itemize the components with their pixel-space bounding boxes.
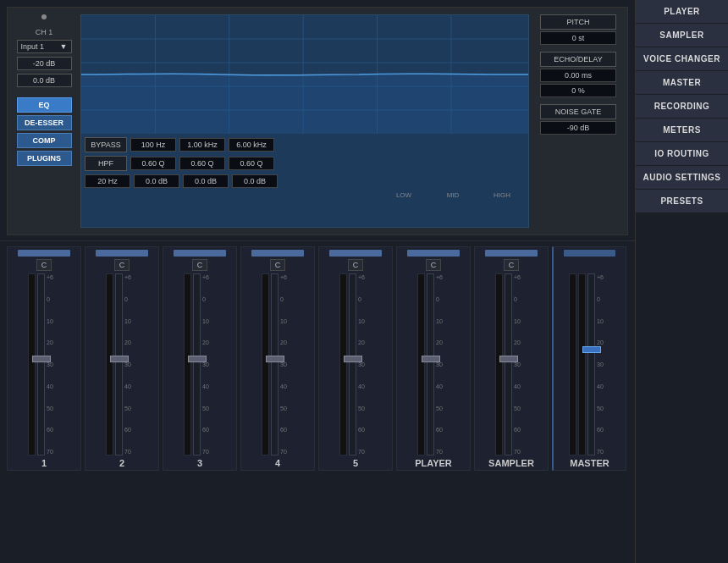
ch1-label: 1 [41, 458, 47, 468]
hpf-btn[interactable]: HPF [85, 156, 127, 171]
sidebar-btn-io-routing[interactable]: IO ROUTING [636, 142, 728, 166]
noise-gate-btn[interactable]: NOISE GATE [540, 104, 616, 119]
channel-name: CH 1 [36, 28, 53, 36]
level-display: 0.0 dB [17, 74, 72, 87]
sampler-fader-thumb[interactable] [499, 356, 518, 362]
high-gain-val[interactable]: 0.0 dB [232, 174, 278, 188]
ch1-fader-thumb[interactable] [32, 356, 51, 362]
ch2-fader-thumb[interactable] [110, 356, 129, 362]
low-label: LOW [381, 191, 427, 199]
master-label: MASTER [570, 458, 609, 468]
eq-canvas[interactable] [81, 15, 528, 134]
ch3-fader[interactable] [193, 273, 201, 455]
player-fader-thumb[interactable] [422, 356, 440, 362]
ch4-label: 4 [275, 458, 280, 468]
pitch-btn[interactable]: PITCH [540, 14, 616, 30]
sidebar-btn-player[interactable]: PLAYER [636, 0, 728, 24]
ch3-name-bar [174, 250, 226, 257]
master-fader-row: +6 0 10 20 30 40 50 60 70 [569, 273, 610, 455]
sidebar-btn-meters[interactable]: METERS [636, 119, 728, 142]
gain-display: -20 dB [17, 57, 72, 70]
led-indicator [41, 14, 47, 19]
input-select[interactable]: Input 1 ▼ [17, 40, 72, 53]
sampler-pan[interactable]: C [504, 259, 520, 271]
echo-delay-mix-val[interactable]: 0 % [540, 84, 616, 97]
input-select-label: Input 1 [21, 42, 45, 51]
comp-nav-btn[interactable]: COMP [17, 133, 72, 148]
ch3-meter-left [184, 273, 191, 455]
eq-row-1: BYPASS 100 Hz 1.00 kHz 6.00 kHz [85, 137, 525, 152]
high-label: HIGH [479, 191, 525, 199]
sidebar-btn-audio-settings[interactable]: AUDIO SETTINGS [636, 166, 728, 190]
channel-3: C +6 0 10 20 30 40 50 60 7 [163, 246, 237, 471]
sampler-meter-left [495, 273, 503, 455]
ch4-scale: +6 0 10 20 30 40 50 60 70 [280, 273, 294, 455]
left-panel: CH 1 Input 1 ▼ -20 dB 0.0 dB EQ DE-ESSER… [0, 0, 635, 563]
nav-buttons: EQ DE-ESSER COMP PLUGINS [17, 97, 72, 166]
ch4-pan[interactable]: C [270, 259, 286, 271]
echo-delay-btn[interactable]: ECHO/DELAY [540, 52, 616, 67]
right-sidebar: PLAYER SAMPLER VOICE CHANGER MASTER RECO… [635, 0, 728, 563]
right-controls: PITCH 0 st ECHO/DELAY 0.00 ms 0 % NOISE … [536, 14, 620, 228]
ch1-pan[interactable]: C [36, 259, 52, 271]
eq-controls: BYPASS 100 Hz 1.00 kHz 6.00 kHz HPF [81, 134, 528, 202]
channel-strip-top: CH 1 Input 1 ▼ -20 dB 0.0 dB EQ DE-ESSER… [7, 7, 628, 235]
master-fader-thumb[interactable] [582, 346, 601, 353]
ch3-fader-thumb[interactable] [188, 356, 207, 362]
eq-row-3: 20 Hz 0.0 dB 0.0 dB 0.0 dB [85, 174, 525, 188]
channel-sampler: C +6 0 10 20 30 40 50 60 7 [474, 246, 549, 471]
low-freq-val[interactable]: 100 Hz [130, 138, 176, 152]
ch3-scale: +6 0 10 20 30 40 50 60 70 [202, 273, 216, 455]
low-gain-val[interactable]: 0.0 dB [134, 174, 179, 188]
low-q-val[interactable]: 0.60 Q [130, 157, 176, 170]
master-fader[interactable] [587, 273, 595, 455]
sidebar-btn-sampler[interactable]: SAMPLER [636, 24, 728, 47]
ch5-fader[interactable] [349, 273, 356, 455]
mid-gain-val[interactable]: 0.0 dB [183, 174, 229, 188]
sidebar-btn-voice-changer[interactable]: VOICE CHANGER [636, 47, 728, 71]
ch4-fader-thumb[interactable] [266, 356, 284, 362]
eq-high-col: 6.00 kHz [229, 138, 274, 152]
mid-q-val[interactable]: 0.60 Q [179, 157, 225, 170]
echo-delay-module: ECHO/DELAY 0.00 ms 0 % [536, 52, 620, 97]
ch4-fader[interactable] [271, 273, 279, 455]
eq-row-labels: LOW MID HIGH [85, 191, 525, 199]
noise-gate-module: NOISE GATE -90 dB [536, 104, 620, 135]
channel-master: C +6 0 10 20 30 40 50 60 [552, 246, 626, 471]
ch5-fader-thumb[interactable] [344, 356, 362, 362]
channel-1: C +6 0 10 20 30 40 50 60 7 [7, 246, 81, 471]
eq-grid-svg [81, 15, 528, 134]
dropdown-arrow-icon: ▼ [60, 42, 68, 51]
bypass-btn[interactable]: BYPASS [85, 137, 127, 152]
hpf-freq-val[interactable]: 20 Hz [85, 174, 130, 188]
ch1-meter-left [28, 273, 36, 455]
sidebar-btn-master[interactable]: MASTER [636, 71, 728, 95]
channel-2: C +6 0 10 20 30 40 50 60 7 [85, 246, 159, 471]
player-fader-row: +6 0 10 20 30 40 50 60 70 [417, 273, 449, 455]
noise-gate-val[interactable]: -90 dB [540, 121, 616, 135]
high-q-val[interactable]: 0.60 Q [229, 157, 274, 170]
plugins-nav-btn[interactable]: PLUGINS [17, 151, 72, 166]
ch5-pan[interactable]: C [348, 259, 364, 271]
ch2-fader-row: +6 0 10 20 30 40 50 60 70 [106, 273, 138, 455]
pitch-val[interactable]: 0 st [540, 31, 616, 45]
ch2-pan[interactable]: C [114, 259, 130, 271]
eq-nav-btn[interactable]: EQ [17, 97, 72, 113]
player-pan[interactable]: C [426, 259, 442, 271]
sidebar-btn-recording[interactable]: RECORDING [636, 95, 728, 119]
de-esser-nav-btn[interactable]: DE-ESSER [17, 115, 72, 130]
echo-delay-time-val[interactable]: 0.00 ms [540, 69, 616, 82]
ch2-scale: +6 0 10 20 30 40 50 60 70 [124, 273, 138, 455]
player-fader[interactable] [427, 273, 434, 455]
ch2-fader[interactable] [115, 273, 123, 455]
master-meter-left [569, 273, 576, 455]
high-freq-val[interactable]: 6.00 kHz [229, 138, 274, 152]
input-section: CH 1 Input 1 ▼ -20 dB 0.0 dB EQ DE-ESSER… [14, 14, 74, 228]
sampler-fader[interactable] [505, 273, 512, 455]
player-label: PLAYER [415, 458, 452, 468]
mid-freq-val[interactable]: 1.00 kHz [179, 138, 225, 152]
sampler-scale: +6 0 10 20 30 40 50 60 70 [514, 273, 527, 455]
sidebar-btn-presets[interactable]: PRESETS [636, 190, 728, 213]
ch3-pan[interactable]: C [192, 259, 208, 271]
ch1-fader[interactable] [37, 273, 45, 455]
